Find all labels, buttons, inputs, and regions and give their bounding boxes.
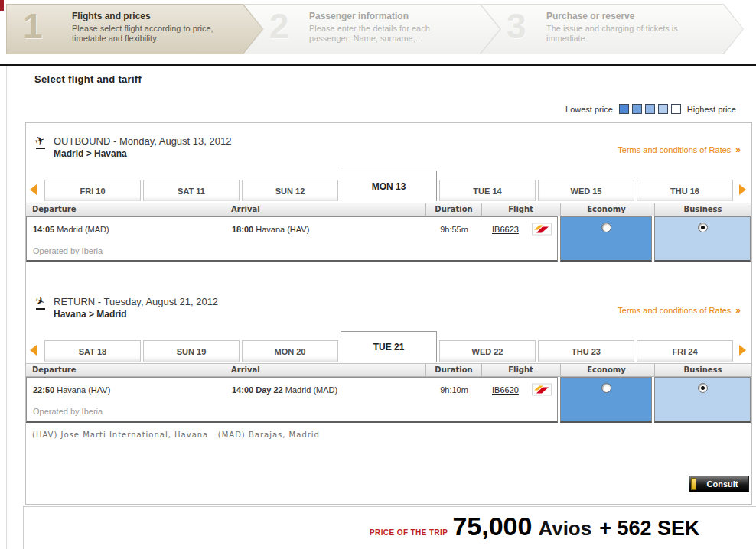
step-number: 3	[507, 5, 526, 47]
economy-fare-cell[interactable]	[560, 216, 652, 262]
price-label: PRICE OF THE TRIP	[370, 528, 448, 537]
return-flight-row: 22:50 Havana (HAV) 14:00 Day 22 Madrid (…	[26, 377, 751, 425]
price-swatch-2	[632, 104, 642, 114]
consult-button[interactable]: Consult	[689, 476, 749, 492]
col-departure: Departure	[32, 365, 77, 374]
prev-days-arrow[interactable]	[30, 184, 37, 195]
prev-days-arrow[interactable]	[30, 345, 37, 356]
next-days-arrow[interactable]	[739, 184, 746, 195]
flight-table-header: Departure Arrival Duration Flight Econom…	[26, 363, 751, 377]
flight-number-link[interactable]: IB6620	[492, 385, 519, 395]
col-duration: Duration	[425, 203, 481, 217]
outbound-section: ✈ OUTBOUND - Monday, August 13, 2012 Mad…	[26, 123, 751, 271]
day-tab[interactable]: THU 23	[538, 340, 634, 362]
price-extra-amount: + 562 SEK	[599, 517, 699, 541]
day-tab[interactable]: SAT 11	[143, 180, 240, 201]
price-swatch-5	[671, 104, 681, 114]
flight-selection-panel: ✈ OUTBOUND - Monday, August 13, 2012 Mad…	[25, 122, 752, 505]
business-radio[interactable]	[698, 223, 708, 232]
col-duration: Duration	[425, 364, 481, 378]
outbound-day-tabs: FRI 10 SAT 11 SUN 12 MON 13 TUE 14 WED 1…	[44, 171, 733, 201]
col-business: Business	[654, 203, 751, 217]
wizard-step-purchase: 3 Purchase or reserve The issue and char…	[481, 4, 744, 54]
economy-radio[interactable]	[601, 383, 611, 393]
outbound-terms-link[interactable]: Terms and conditions of Rates»	[618, 145, 741, 155]
step-title: Passenger information	[309, 11, 481, 21]
economy-fare-cell[interactable]	[560, 377, 652, 423]
step-description: Please select flight according to price,…	[72, 24, 233, 44]
airports-note: (HAV) Jose Marti International, Havana (…	[32, 430, 320, 439]
double-chevron-icon: »	[735, 145, 741, 155]
day-tab[interactable]: THU 16	[637, 180, 733, 201]
step-title: Flights and prices	[72, 11, 244, 21]
trip-price-section: PRICE OF THE TRIP 75,000 Avios + 562 SEK	[23, 506, 756, 549]
price-swatch-3	[645, 104, 655, 114]
price-color-legend: Lowest price Highest price	[562, 104, 739, 114]
day-tab[interactable]: FRI 24	[637, 340, 733, 362]
arrival-info: 14:00 Day 22 Madrid (MAD)	[232, 385, 337, 395]
page-corner-mark	[0, 0, 4, 11]
col-flight: Flight	[481, 364, 559, 378]
day-tab[interactable]: WED 15	[538, 180, 634, 201]
return-day-tabs: SAT 18 SUN 19 MON 20 TUE 21 WED 22 THU 2…	[44, 331, 733, 362]
day-tab-selected[interactable]: TUE 21	[341, 331, 437, 362]
day-tab[interactable]: SAT 18	[44, 340, 141, 362]
step-number: 1	[23, 5, 43, 47]
day-tab[interactable]: SUN 19	[143, 340, 240, 362]
day-tab[interactable]: WED 22	[439, 340, 536, 362]
plane-takeoff-icon: ✈	[35, 134, 52, 151]
flight-booking-page: 1 Flights and prices Please select fligh…	[0, 0, 756, 549]
double-chevron-icon: »	[735, 305, 741, 316]
flight-table-header: Departure Arrival Duration Flight Econom…	[26, 203, 751, 216]
wizard-step-flights: 1 Flights and prices Please select fligh…	[6, 4, 263, 54]
price-swatch-4	[658, 104, 668, 114]
return-route: Havana > Madrid	[54, 309, 127, 320]
price-points: 75,000	[452, 512, 532, 541]
return-title: RETURN - Tuesday, August 21, 2012	[54, 296, 218, 307]
col-economy: Economy	[560, 203, 652, 217]
day-tab[interactable]: TUE 14	[439, 180, 536, 201]
flight-number-link[interactable]: IB6623	[492, 225, 519, 234]
step-description: Please enter the details for each passen…	[309, 24, 470, 44]
next-days-arrow[interactable]	[739, 345, 746, 356]
outbound-title: OUTBOUND - Monday, August 13, 2012	[54, 135, 231, 147]
business-radio[interactable]	[698, 383, 708, 393]
operated-by-label: Operated by Iberia	[33, 407, 103, 416]
return-terms-link[interactable]: Terms and conditions of Rates»	[618, 305, 741, 316]
departure-info: 14:05 Madrid (MAD)	[33, 225, 109, 234]
step-description: The issue and charging of tickets is imm…	[546, 24, 707, 44]
highest-price-label: Highest price	[687, 105, 736, 114]
wizard-step-passengers: 2 Passenger information Please enter the…	[243, 4, 500, 54]
step-number: 2	[269, 5, 289, 47]
outbound-route: Madrid > Havana	[54, 148, 127, 159]
lowest-price-label: Lowest price	[565, 105, 613, 114]
iberia-logo	[532, 383, 552, 396]
iberia-logo	[532, 223, 552, 236]
flight-duration: 9h:55m	[426, 225, 482, 234]
day-tab-selected[interactable]: MON 13	[341, 171, 437, 201]
col-economy: Economy	[560, 364, 652, 378]
operated-by-label: Operated by Iberia	[33, 246, 103, 255]
outbound-flight-row: 14:05 Madrid (MAD) 18:00 Havana (HAV) 9h…	[26, 216, 751, 265]
departure-info: 22:50 Havana (HAV)	[33, 385, 110, 395]
flight-duration: 9h:10m	[426, 385, 482, 395]
business-fare-cell[interactable]	[654, 377, 751, 423]
day-tab[interactable]: MON 20	[242, 340, 338, 362]
col-departure: Departure	[32, 205, 77, 213]
business-fare-cell[interactable]	[654, 216, 751, 262]
day-tab[interactable]: FRI 10	[44, 180, 141, 201]
return-section: ✈ RETURN - Tuesday, August 21, 2012 Hava…	[26, 284, 751, 432]
plane-landing-icon: ✈	[35, 294, 52, 311]
economy-radio[interactable]	[601, 223, 611, 232]
arrival-info: 18:00 Havana (HAV)	[232, 225, 309, 234]
price-swatch-1	[619, 104, 629, 114]
col-arrival: Arrival	[231, 365, 260, 374]
gold-bar-icon	[691, 478, 696, 490]
col-arrival: Arrival	[231, 205, 260, 213]
day-tab[interactable]: SUN 12	[242, 180, 338, 201]
header-separator	[0, 64, 756, 66]
price-points-unit: Avios	[538, 517, 591, 541]
col-business: Business	[654, 364, 751, 378]
content-left-border	[6, 66, 7, 549]
col-flight: Flight	[481, 203, 559, 217]
